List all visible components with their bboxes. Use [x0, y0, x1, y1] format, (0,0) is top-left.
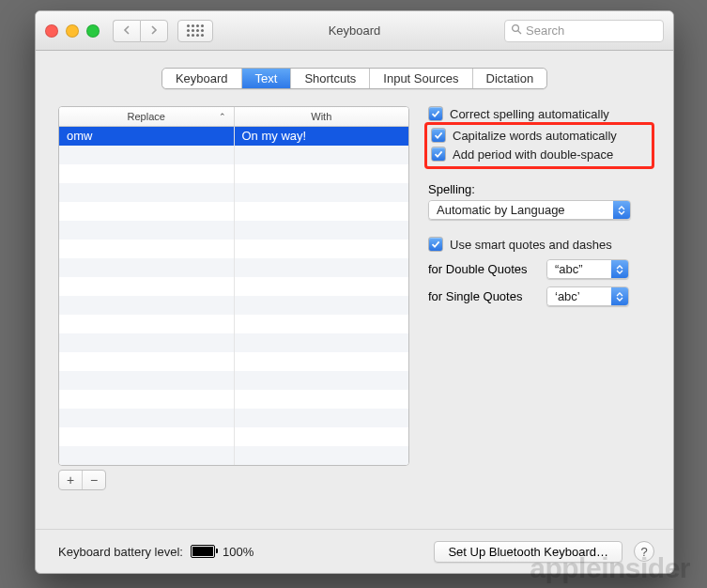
single-quotes-value: ‘abc’ [547, 287, 611, 305]
tab-bar: Keyboard Text Shortcuts Input Sources Di… [36, 68, 673, 89]
chevron-right-icon [150, 24, 158, 38]
tab-text[interactable]: Text [242, 69, 292, 88]
tab-shortcuts[interactable]: Shortcuts [291, 69, 370, 88]
option-label: Add period with double-space [453, 147, 613, 162]
forward-button[interactable] [140, 20, 168, 42]
back-button[interactable] [113, 20, 140, 42]
preferences-window: Keyboard Search Keyboard Text Shortcuts … [35, 10, 674, 574]
window-controls [45, 24, 100, 38]
option-label: Use smart quotes and dashes [450, 238, 612, 252]
popup-arrows-icon [613, 201, 630, 219]
popup-arrows-icon [611, 287, 628, 305]
option-capitalize-words[interactable]: Capitalize words automatically [431, 128, 648, 143]
sort-indicator-icon: ⌃ [219, 112, 226, 121]
search-placeholder: Search [526, 23, 564, 38]
zoom-button[interactable] [86, 24, 100, 38]
svg-line-1 [518, 31, 521, 34]
table-row[interactable]: omw On my way! [59, 127, 408, 146]
column-with[interactable]: With [235, 107, 409, 126]
double-quotes-popup[interactable]: “abc” [546, 259, 629, 279]
option-label: Correct spelling automatically [450, 107, 609, 121]
svg-point-0 [513, 25, 519, 32]
checkbox-checked-icon [428, 237, 443, 252]
tab-dictation[interactable]: Dictation [473, 69, 547, 88]
remove-button[interactable]: − [83, 471, 105, 489]
cell-replace: omw [59, 127, 235, 146]
table-body[interactable]: omw On my way! [59, 127, 408, 465]
checkbox-checked-icon [428, 106, 443, 121]
nav-segment [113, 20, 168, 42]
replacements-table: Replace ⌃ With omw On my way! [58, 106, 409, 466]
help-button[interactable]: ? [634, 541, 654, 562]
spelling-section-label: Spelling: [428, 182, 651, 196]
highlight-box: Capitalize words automatically Add perio… [424, 122, 654, 169]
grid-icon [187, 24, 204, 37]
close-button[interactable] [45, 24, 58, 38]
help-icon: ? [640, 545, 647, 559]
battery-label: Keyboard battery level: [58, 545, 183, 559]
minimize-button[interactable] [66, 24, 79, 38]
column-replace[interactable]: Replace ⌃ [59, 107, 235, 126]
checkbox-checked-icon [431, 147, 446, 162]
double-quotes-value: “abc” [547, 260, 611, 278]
tab-keyboard[interactable]: Keyboard [162, 69, 242, 88]
chevron-left-icon [123, 24, 131, 38]
footer: Keyboard battery level: 100% Set Up Blue… [36, 529, 673, 573]
cell-with: On my way! [235, 127, 409, 146]
titlebar: Keyboard Search [36, 11, 673, 51]
show-all-button[interactable] [177, 20, 213, 42]
bluetooth-keyboard-button[interactable]: Set Up Bluetooth Keyboard… [434, 541, 622, 563]
checkbox-checked-icon [431, 128, 446, 143]
option-correct-spelling[interactable]: Correct spelling automatically [428, 106, 651, 121]
column-replace-label: Replace [128, 111, 165, 122]
option-label: Capitalize words automatically [453, 129, 617, 143]
add-button[interactable]: + [59, 471, 83, 489]
battery-percent: 100% [223, 545, 254, 559]
spelling-value: Automatic by Language [429, 201, 613, 219]
tab-input-sources[interactable]: Input Sources [370, 69, 472, 88]
search-field[interactable]: Search [504, 20, 664, 42]
options-panel: Correct spelling automatically Capitaliz… [428, 106, 651, 466]
spelling-popup[interactable]: Automatic by Language [428, 200, 631, 220]
double-quotes-label: for Double Quotes [428, 262, 537, 276]
option-add-period[interactable]: Add period with double-space [431, 147, 648, 162]
popup-arrows-icon [611, 260, 628, 278]
single-quotes-popup[interactable]: ‘abc’ [546, 286, 629, 306]
column-with-label: With [311, 111, 331, 122]
replacements-table-wrap: Replace ⌃ With omw On my way! [58, 106, 409, 466]
option-smart-quotes[interactable]: Use smart quotes and dashes [428, 237, 651, 252]
search-icon [505, 23, 526, 38]
battery-icon [191, 545, 215, 558]
single-quotes-label: for Single Quotes [428, 289, 537, 303]
add-remove-segment: + − [58, 470, 106, 490]
